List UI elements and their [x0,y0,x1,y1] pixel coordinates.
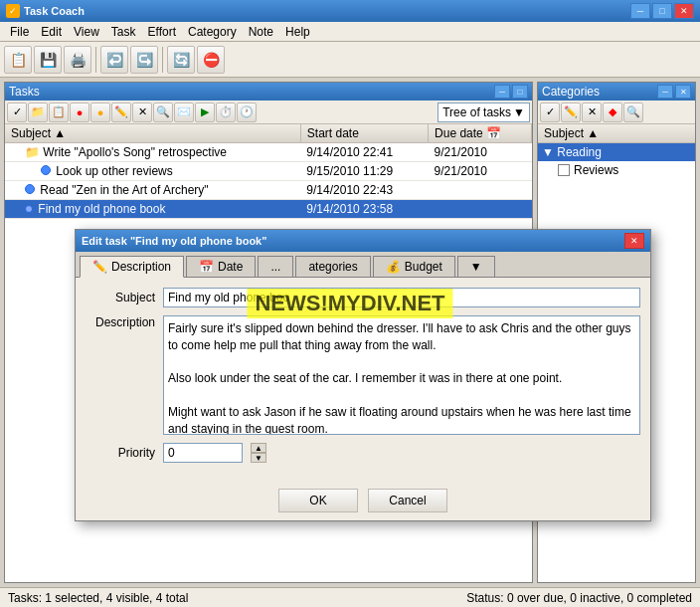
subject-label: Subject [86,291,155,304]
budget-tab-label: Budget [405,260,442,274]
dialog-title-bar: Edit task "Find my old phone book" ✕ [76,230,650,252]
dialog-title: Edit task "Find my old phone book" [82,235,266,247]
budget-tab-icon: 💰 [386,260,401,274]
tab-more-dropdown[interactable]: ▼ [457,256,495,277]
date-tab-label: Date [218,260,243,274]
priority-spinner: ▲ ▼ [251,443,266,463]
description-label: Description [86,315,155,329]
edit-task-dialog: Edit task "Find my old phone book" ✕ ✏️ … [75,229,651,521]
date-tab-icon: 📅 [199,260,214,274]
tab-date[interactable]: 📅 Date [186,256,256,277]
tab-extra[interactable]: ... [258,256,293,277]
dialog-tabs: ✏️ Description 📅 Date ... ategories 💰 Bu… [76,252,650,278]
cat-tab-label: ategories [308,260,357,274]
priority-label: Priority [86,446,155,460]
dialog-content: Subject Description Priority ▲ ▼ [76,278,650,481]
tab-budget[interactable]: 💰 Budget [373,256,455,277]
description-tab-label: Description [111,260,171,274]
subject-input[interactable] [163,288,640,307]
dialog-overlay: Edit task "Find my old phone book" ✕ ✏️ … [0,0,700,607]
dialog-buttons: OK Cancel [76,481,650,520]
priority-row: Priority ▲ ▼ [86,443,640,463]
tab-description[interactable]: ✏️ Description [80,256,184,278]
extra-tab-label: ... [270,260,280,274]
more-dropdown-icon: ▼ [470,260,482,274]
priority-up-button[interactable]: ▲ [251,443,266,453]
ok-button[interactable]: OK [278,489,358,512]
description-tab-icon: ✏️ [92,260,107,274]
description-textarea[interactable] [163,315,640,435]
subject-row: Subject [86,288,640,307]
description-row: Description [86,315,640,435]
priority-down-button[interactable]: ▼ [251,453,266,463]
cancel-button[interactable]: Cancel [368,489,447,512]
tab-categories[interactable]: ategories [295,256,370,277]
dialog-close-button[interactable]: ✕ [624,233,644,249]
priority-input[interactable] [163,443,243,463]
